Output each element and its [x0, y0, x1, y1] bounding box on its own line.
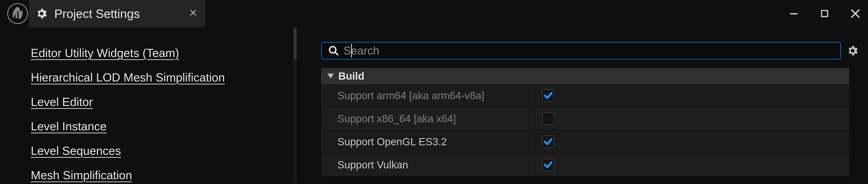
property-value [529, 158, 849, 171]
section-header-build[interactable]: Build [321, 68, 849, 84]
sidebar-item-level-sequences[interactable]: Level Sequences [31, 139, 289, 163]
text-caret [351, 44, 352, 58]
sidebar-item-mesh-simplification[interactable]: Mesh Simplification [31, 163, 289, 184]
property-label: Support OpenGL ES3.2 [321, 130, 529, 153]
property-row: Support x86_64 [aka x64] [321, 107, 849, 130]
property-rows: Support arm64 [aka arm64-v8a]Support x86… [321, 84, 859, 177]
svg-rect-1 [790, 13, 798, 14]
property-value [529, 135, 849, 148]
sidebar-item-hierarchical-lod[interactable]: Hierarchical LOD Mesh Simplification [31, 65, 289, 90]
svg-rect-2 [822, 11, 828, 17]
window-close-button[interactable] [849, 7, 862, 20]
sidebar-item-level-instance[interactable]: Level Instance [31, 114, 289, 139]
checkbox[interactable] [542, 112, 555, 125]
search-icon [328, 45, 339, 56]
sidebar-scrollbar[interactable] [293, 28, 297, 184]
svg-point-0 [8, 4, 28, 24]
tab-close-button[interactable] [189, 8, 197, 19]
property-row: Support Vulkan [321, 153, 849, 177]
section-title: Build [338, 70, 364, 82]
sidebar: Editor Utility Widgets (Team) Hierarchic… [0, 41, 289, 184]
sidebar-item-level-editor[interactable]: Level Editor [31, 90, 289, 114]
gear-icon [35, 7, 48, 20]
property-label: Support x86_64 [aka x64] [321, 107, 529, 130]
sidebar-scrollbar-thumb[interactable] [294, 28, 297, 59]
unreal-logo-icon [7, 3, 29, 25]
search-settings-button[interactable] [846, 44, 859, 57]
chevron-down-icon [328, 73, 334, 79]
window-maximize-button[interactable] [818, 7, 831, 20]
search-row [321, 41, 859, 61]
property-label: Support arm64 [aka arm64-v8a] [321, 84, 529, 107]
main-panel: Build Support arm64 [aka arm64-v8a]Suppo… [321, 41, 859, 184]
tab-title: Project Settings [54, 6, 183, 21]
property-row: Support OpenGL ES3.2 [321, 130, 849, 153]
checkbox[interactable] [542, 158, 555, 171]
search-box[interactable] [321, 42, 841, 60]
property-row: Support arm64 [aka arm64-v8a] [321, 84, 849, 107]
checkbox[interactable] [542, 135, 555, 148]
titlebar: Project Settings [0, 0, 868, 27]
property-label: Support Vulkan [321, 153, 529, 176]
checkbox[interactable] [542, 89, 555, 102]
property-value [529, 112, 849, 125]
window-minimize-button[interactable] [787, 7, 800, 20]
tab-project-settings[interactable]: Project Settings [29, 0, 205, 27]
window-controls [787, 0, 862, 27]
property-value [529, 89, 849, 102]
search-input[interactable] [344, 44, 834, 57]
sidebar-item-editor-utility-widgets[interactable]: Editor Utility Widgets (Team) [31, 41, 289, 65]
